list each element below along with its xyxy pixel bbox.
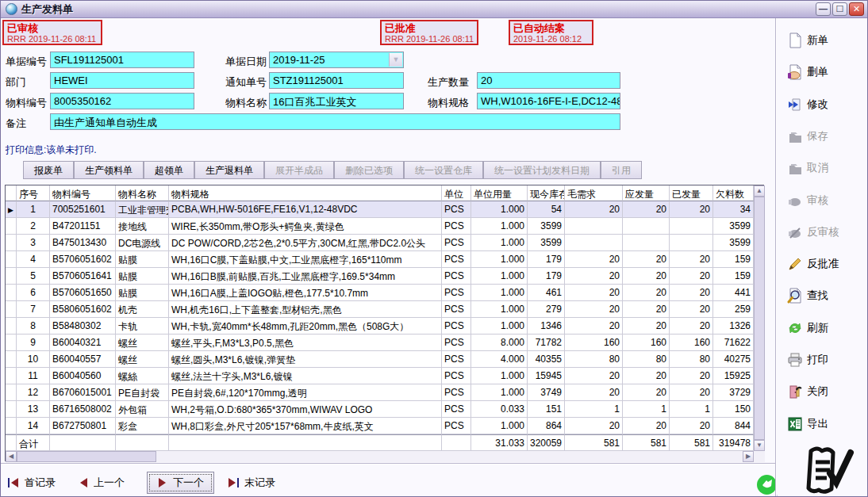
cell[interactable]: 3599 bbox=[528, 218, 565, 235]
cell[interactable]: B5706051641 bbox=[50, 268, 116, 285]
cell[interactable]: PCS bbox=[442, 235, 471, 251]
cell[interactable]: 80 bbox=[623, 351, 670, 368]
cell[interactable]: B672750801 bbox=[50, 418, 116, 434]
table-row[interactable]: 5B5706051641贴膜WH,16口B膜,前贴膜,百兆,工业黑底橙字,169… bbox=[6, 268, 754, 285]
cell[interactable]: 1 bbox=[17, 201, 50, 218]
cell[interactable]: 20 bbox=[565, 251, 623, 268]
cell[interactable]: B475013430 bbox=[50, 235, 116, 251]
cell[interactable]: 20 bbox=[670, 368, 713, 384]
cell[interactable]: 20 bbox=[623, 268, 670, 285]
cell[interactable]: 8.000 bbox=[471, 335, 528, 351]
cell[interactable]: 160 bbox=[623, 335, 670, 351]
column-header-9[interactable]: 已发量 bbox=[670, 185, 713, 201]
cell[interactable] bbox=[623, 235, 670, 251]
cell[interactable]: 40355 bbox=[528, 351, 565, 368]
sidebar-button-11[interactable]: 关闭 bbox=[787, 382, 828, 401]
cell[interactable]: PCS bbox=[442, 384, 471, 401]
nav-first-record-button[interactable]: 首记录 bbox=[7, 476, 56, 490]
cell[interactable]: 20 bbox=[565, 418, 623, 434]
cell[interactable]: 1.000 bbox=[471, 368, 528, 384]
sidebar-button-2[interactable]: 修改 bbox=[787, 95, 828, 114]
cell[interactable]: 4 bbox=[17, 251, 50, 268]
cell[interactable]: 80 bbox=[670, 351, 713, 368]
sidebar-button-10[interactable]: 打印 bbox=[787, 350, 828, 369]
sidebar-button-1[interactable]: 删单 bbox=[787, 63, 828, 82]
cell[interactable]: 4.000 bbox=[471, 351, 528, 368]
table-row[interactable]: 8B58480302卡轨WH,卡轨,宽40mm*长48mm,孔距20mm,黑色（… bbox=[6, 318, 754, 335]
chevron-down-icon[interactable]: ▼ bbox=[389, 53, 402, 67]
sidebar-button-0[interactable]: 新单 bbox=[787, 31, 828, 50]
cell[interactable]: 3729 bbox=[713, 384, 754, 401]
item-spec-field[interactable]: WH,W1016-16FE-I-E,DC12-48\ bbox=[477, 93, 620, 109]
table-row[interactable]: 14B672750801彩盒WH,8口彩盒,外尺寸205*157*68mm,牛皮… bbox=[6, 418, 754, 434]
cell[interactable]: 20 bbox=[623, 251, 670, 268]
action-button-1[interactable]: 生产领料单 bbox=[74, 161, 144, 179]
cell[interactable]: 9 bbox=[17, 335, 50, 351]
cell[interactable]: PE自封袋,6#,120*170mmg,透明 bbox=[169, 384, 442, 401]
table-row[interactable]: 6B5706051650贴膜WH,16口A膜,上盖IOGO贴,橙色,177.5*… bbox=[6, 285, 754, 301]
column-header-0[interactable]: 序号 bbox=[17, 185, 50, 201]
row-selector[interactable] bbox=[6, 235, 17, 251]
action-button-0[interactable]: 报废单 bbox=[23, 161, 74, 179]
notice-no-field[interactable]: STZ191125001 bbox=[269, 72, 404, 89]
cell[interactable]: PCS bbox=[442, 335, 471, 351]
sidebar-button-12[interactable]: 导出 bbox=[787, 415, 828, 434]
table-row[interactable]: 7B5806051602机壳WH,机壳16口,上下盖整套,型材铝壳,黑色PCS1… bbox=[6, 301, 754, 318]
cell[interactable]: 8 bbox=[17, 318, 50, 335]
cell[interactable]: DC电源线 bbox=[116, 235, 169, 251]
cell[interactable]: WH,8口彩盒,外尺寸205*157*68mm,牛皮纸,英文 bbox=[169, 418, 442, 434]
cell[interactable]: 卡轨 bbox=[116, 318, 169, 335]
cell[interactable]: 1 bbox=[670, 401, 713, 418]
cell[interactable]: 工业非管理交 bbox=[116, 201, 169, 218]
cell[interactable]: 20 bbox=[623, 384, 670, 401]
row-selector[interactable] bbox=[6, 384, 17, 401]
cell[interactable]: 螺丝,平头,F,M3*L3,P0.5,黑色 bbox=[169, 335, 442, 351]
row-selector[interactable] bbox=[6, 318, 17, 335]
cell[interactable]: 接地线 bbox=[116, 218, 169, 235]
cell[interactable]: 20 bbox=[670, 268, 713, 285]
cell[interactable]: 151 bbox=[528, 401, 565, 418]
cell[interactable]: 20 bbox=[623, 201, 670, 218]
table-row[interactable]: 13B6716508002外包箱WH,2号箱,O.D:680*365*370mm… bbox=[6, 401, 754, 418]
remark-field[interactable]: 由生产通知单自动生成 bbox=[50, 113, 620, 130]
table-row[interactable]: 9B60040321螺丝螺丝,平头,F,M3*L3,P0.5,黑色PCS8.00… bbox=[6, 335, 754, 351]
vertical-scroll-thumb[interactable] bbox=[754, 197, 765, 440]
cell[interactable]: 13 bbox=[17, 401, 50, 418]
cell[interactable]: 6 bbox=[17, 285, 50, 301]
cell[interactable]: 160 bbox=[565, 335, 623, 351]
cell[interactable]: 14 bbox=[17, 418, 50, 434]
cell[interactable]: PCS bbox=[442, 268, 471, 285]
qty-field[interactable]: 20 bbox=[477, 72, 620, 89]
cell[interactable]: 7005251601 bbox=[50, 201, 116, 218]
cell[interactable]: 3749 bbox=[528, 384, 565, 401]
cell[interactable]: 20 bbox=[623, 285, 670, 301]
dept-field[interactable]: HEWEI bbox=[50, 72, 194, 89]
cell[interactable]: 10 bbox=[17, 351, 50, 368]
cell[interactable]: B6716508002 bbox=[50, 401, 116, 418]
cell[interactable]: 3599 bbox=[713, 218, 754, 235]
cell[interactable]: 20 bbox=[670, 418, 713, 434]
cell[interactable]: 20 bbox=[565, 384, 623, 401]
horizontal-scrollbar[interactable]: ◀ ▶ bbox=[6, 451, 754, 462]
row-selector[interactable] bbox=[6, 285, 17, 301]
nav-previous-button[interactable]: 上一个 bbox=[78, 476, 125, 490]
cell[interactable]: 20 bbox=[565, 301, 623, 318]
cell[interactable]: 1.000 bbox=[471, 251, 528, 268]
cell[interactable]: 20 bbox=[670, 301, 713, 318]
cell[interactable]: 彩盒 bbox=[116, 418, 169, 434]
cell[interactable]: 150 bbox=[713, 401, 754, 418]
table-row[interactable]: 2B47201151接地线WIRE,长350mm,带O形头+鳄鱼夹,黄绿色PCS… bbox=[6, 218, 754, 235]
cell[interactable] bbox=[565, 235, 623, 251]
row-selector[interactable] bbox=[6, 301, 17, 318]
column-header-6[interactable]: 现今库存 bbox=[528, 185, 565, 201]
horizontal-scroll-thumb[interactable] bbox=[17, 451, 156, 462]
cell[interactable]: PE自封袋 bbox=[116, 384, 169, 401]
cell[interactable]: B6706015001 bbox=[50, 384, 116, 401]
cell[interactable]: PCS bbox=[442, 251, 471, 268]
column-header-8[interactable]: 应发量 bbox=[623, 185, 670, 201]
action-button-2[interactable]: 超领单 bbox=[144, 161, 194, 179]
cell[interactable]: 20 bbox=[623, 318, 670, 335]
cell[interactable]: DC POW/CORD,2芯2色,2*0.5平方,30CM,红黑,带DC2.0公… bbox=[169, 235, 442, 251]
cell[interactable]: PCS bbox=[442, 318, 471, 335]
cell[interactable]: WH,16口B膜,前贴膜,百兆,工业黑底橙字,169.5*34mm bbox=[169, 268, 442, 285]
